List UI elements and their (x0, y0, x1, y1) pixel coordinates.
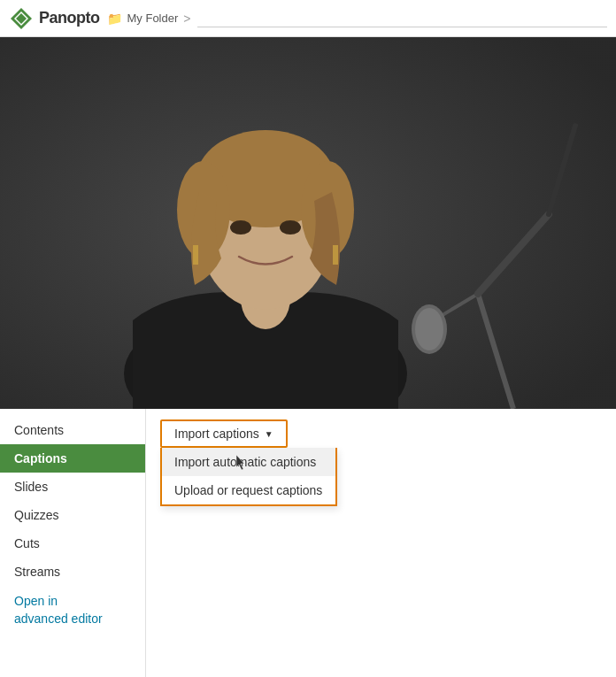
sidebar-item-cuts[interactable]: Cuts (0, 529, 145, 558)
sidebar-item-contents[interactable]: Contents (0, 416, 145, 444)
breadcrumb: 📁 My Folder > (107, 12, 191, 26)
import-captions-container: Import captions ▼ Import automatic capti… (160, 419, 288, 448)
panopto-logo[interactable]: Panopto (9, 6, 100, 31)
svg-rect-15 (333, 245, 338, 265)
sidebar: Contents Captions Slides Quizzes Cuts St… (0, 409, 146, 677)
dropdown-arrow-icon: ▼ (265, 429, 273, 439)
sidebar-item-quizzes[interactable]: Quizzes (0, 501, 145, 529)
breadcrumb-separator: > (183, 12, 190, 26)
editor-panel: Import captions ▼ Import automatic capti… (146, 409, 616, 677)
dropdown-item-import-auto[interactable]: Import automatic captions (162, 448, 335, 476)
import-captions-dropdown: Import automatic captions Upload or requ… (160, 448, 337, 506)
sidebar-item-streams[interactable]: Streams (0, 558, 145, 586)
sidebar-item-slides[interactable]: Slides (0, 473, 145, 501)
svg-point-12 (230, 220, 251, 235)
panopto-logo-icon (9, 6, 34, 31)
svg-point-13 (280, 220, 301, 235)
import-captions-button[interactable]: Import captions ▼ (160, 419, 288, 448)
video-background (0, 37, 616, 409)
navbar: Panopto 📁 My Folder > (0, 0, 616, 37)
video-placeholder (0, 37, 616, 409)
mouse-cursor-icon (235, 453, 247, 471)
sidebar-item-captions[interactable]: Captions (0, 444, 145, 473)
advanced-editor-link[interactable]: Open inadvanced editor (0, 586, 145, 635)
video-title-input[interactable] (197, 9, 607, 27)
main-content: Contents Captions Slides Quizzes Cuts St… (0, 409, 616, 677)
video-area (0, 37, 616, 409)
dropdown-item-upload-request[interactable]: Upload or request captions (162, 476, 335, 504)
breadcrumb-folder-name[interactable]: My Folder (127, 12, 179, 25)
svg-rect-14 (193, 245, 198, 265)
logo-text: Panopto (39, 9, 100, 27)
folder-icon: 📁 (107, 12, 122, 26)
svg-point-19 (415, 308, 443, 350)
import-captions-label: Import captions (174, 427, 259, 441)
